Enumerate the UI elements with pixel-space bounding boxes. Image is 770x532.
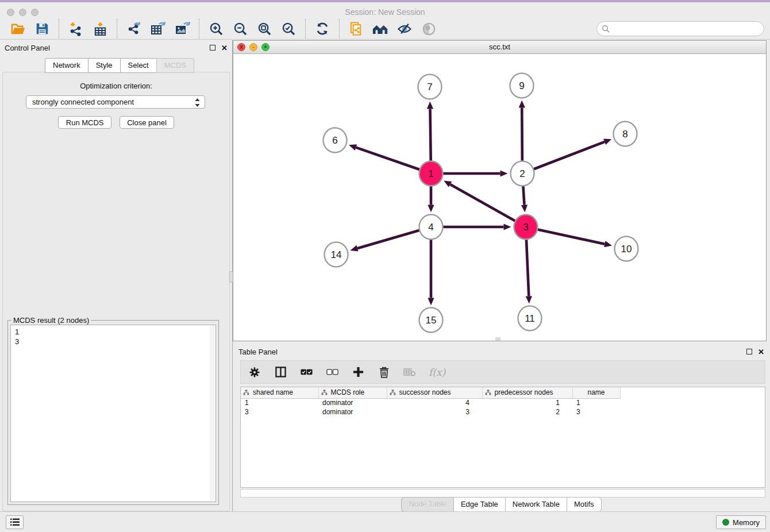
control-panel-tabs: Network Style Select MCDS <box>45 58 194 73</box>
task-history-button[interactable] <box>6 515 24 529</box>
result-scrollbar[interactable] <box>210 326 215 501</box>
graph-node-label: 7 <box>427 82 432 92</box>
import-network-icon[interactable] <box>67 20 84 37</box>
tab-node-table[interactable]: Node Table <box>401 497 453 512</box>
column-header-successor-nodes[interactable]: successor nodes <box>387 387 482 398</box>
main-toolbar <box>0 18 770 40</box>
select-all-columns-icon[interactable] <box>299 365 313 379</box>
edge-3-1[interactable] <box>451 184 526 227</box>
create-column-icon[interactable] <box>351 365 365 379</box>
network-window-title: scc.txt <box>233 41 766 53</box>
export-table-icon[interactable] <box>149 20 167 37</box>
run-mcds-button[interactable]: Run MCDS <box>58 116 111 129</box>
clone-network-icon[interactable] <box>348 20 365 37</box>
close-panel-button[interactable]: Close panel <box>120 116 174 129</box>
tab-motifs[interactable]: Motifs <box>567 497 602 512</box>
toolbar-separator <box>117 19 117 38</box>
network-view-window: x - + scc.txt 7968124314101511 <box>233 40 767 341</box>
optimization-criterion-value: strongly connected component <box>32 98 134 106</box>
graph-node-label: 6 <box>332 135 337 146</box>
search-input[interactable] <box>612 22 759 35</box>
graph-node-label: 3 <box>523 222 528 233</box>
mcds-result-line: 1 <box>15 327 215 337</box>
tab-style[interactable]: Style <box>88 58 120 73</box>
network-minimize-button[interactable]: - <box>249 43 257 51</box>
task-list-icon <box>10 518 20 527</box>
network-graph[interactable]: 7968124314101511 <box>233 54 766 341</box>
node-table[interactable]: shared nameMCDS rolesuccessor nodesprede… <box>240 387 765 488</box>
table-row[interactable]: 3dominator323 <box>241 407 620 417</box>
table-float-panel-icon[interactable] <box>746 349 752 354</box>
column-type-icon <box>243 390 249 395</box>
toolbar-separator <box>199 19 199 38</box>
unselect-all-columns-icon[interactable] <box>325 365 339 379</box>
table-row[interactable]: 1dominator411 <box>241 398 620 407</box>
first-neighbors-icon[interactable] <box>372 20 389 37</box>
graph-node-label: 2 <box>519 168 525 179</box>
open-session-icon[interactable] <box>9 20 26 37</box>
table-panel: Table Panel ✕ <box>233 344 770 514</box>
column-type-icon <box>321 390 328 395</box>
network-close-button[interactable]: x <box>237 43 245 51</box>
memory-label: Memory <box>733 518 760 527</box>
tab-mcds[interactable]: MCDS <box>156 58 194 73</box>
edge-2-8[interactable] <box>522 142 605 174</box>
toolbar-separator <box>339 19 340 38</box>
function-builder-icon: f(x) <box>429 365 445 379</box>
close-panel-icon[interactable]: ✕ <box>221 44 228 52</box>
network-window-titlebar[interactable]: x - + scc.txt <box>233 41 766 54</box>
tab-select[interactable]: Select <box>120 58 156 73</box>
zoom-in-icon[interactable] <box>207 20 225 37</box>
toolbar-separator <box>305 19 306 38</box>
network-resize-grip[interactable] <box>495 337 500 341</box>
edge-arrowhead <box>427 101 433 109</box>
show-all-icon <box>420 20 437 37</box>
memory-status-icon <box>722 519 729 526</box>
column-type-icon <box>485 390 491 395</box>
tab-network-table[interactable]: Network Table <box>505 497 567 512</box>
table-settings-gear-icon[interactable] <box>248 365 261 379</box>
float-panel-icon[interactable] <box>210 45 215 51</box>
network-zoom-button[interactable]: + <box>261 43 270 51</box>
search-box[interactable] <box>596 21 764 36</box>
search-icon <box>602 25 610 33</box>
column-header-shared-name[interactable]: shared name <box>241 387 318 398</box>
save-session-icon[interactable] <box>33 20 51 37</box>
edge-arrowhead <box>504 223 511 230</box>
network-canvas[interactable]: 7968124314101511 <box>233 54 766 341</box>
tab-edge-table[interactable]: Edge Table <box>453 497 505 512</box>
table-close-panel-icon[interactable]: ✕ <box>758 348 764 356</box>
mcds-result-box: MCDS result (2 nodes) 13 <box>7 316 219 505</box>
window-title: Session: New Session <box>0 7 770 17</box>
column-header-MCDS-role[interactable]: MCDS role <box>318 387 387 398</box>
column-header-predecessor-nodes[interactable]: predecessor nodes <box>482 387 572 398</box>
select-stepper-icon <box>194 98 201 107</box>
mcds-result-title: MCDS result (2 nodes) <box>11 316 91 325</box>
tab-network[interactable]: Network <box>45 58 88 73</box>
mcds-result-list[interactable]: 13 <box>10 325 216 502</box>
graph-node-label: 4 <box>428 222 433 233</box>
mcds-result-line: 3 <box>15 337 215 346</box>
memory-button[interactable]: Memory <box>716 515 766 529</box>
table-toolbar: f(x) <box>240 360 765 384</box>
export-image-icon[interactable] <box>174 20 191 37</box>
apply-layout-icon[interactable] <box>314 20 331 37</box>
graph-node-label: 15 <box>426 315 437 326</box>
control-panel-title: Control Panel <box>5 44 210 52</box>
export-network-icon[interactable] <box>125 20 143 37</box>
delete-column-icon[interactable] <box>377 365 391 379</box>
mcds-panel: Optimization criterion: strongly connect… <box>2 72 230 511</box>
zoom-fit-icon[interactable] <box>256 20 273 37</box>
application-window: Session: New Session <box>0 0 770 532</box>
hide-selected-icon[interactable] <box>396 20 413 37</box>
zoom-selected-icon[interactable] <box>280 20 297 37</box>
table-hscrollbar[interactable] <box>240 489 765 498</box>
show-columns-icon[interactable] <box>274 365 287 379</box>
zoom-out-icon[interactable] <box>232 20 249 37</box>
edge-arrowhead <box>500 170 508 176</box>
optimization-criterion-select[interactable]: strongly connected component <box>26 95 205 109</box>
column-header-name[interactable]: name <box>572 387 620 398</box>
control-panel: Control Panel ✕ Network Style Select MCD… <box>0 40 233 514</box>
import-table-icon[interactable] <box>91 20 109 37</box>
optimization-criterion-label: Optimization criterion: <box>3 82 229 90</box>
